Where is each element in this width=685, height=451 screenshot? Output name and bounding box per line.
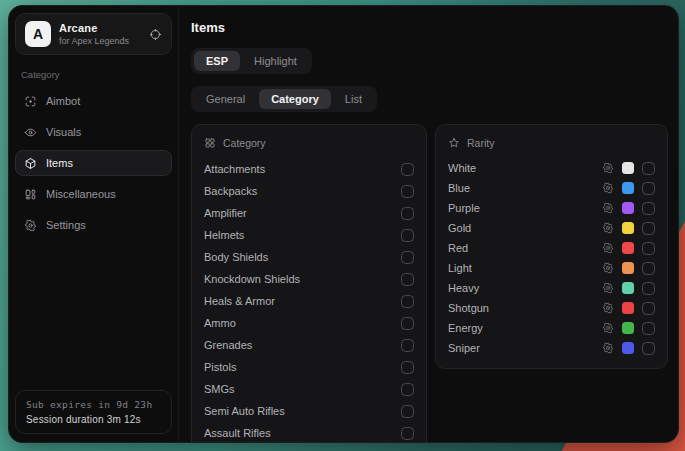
sidebar-item-aimbot[interactable]: Aimbot <box>15 88 172 114</box>
checkbox[interactable] <box>401 383 414 396</box>
checkbox[interactable] <box>642 322 655 335</box>
checkbox[interactable] <box>642 182 655 195</box>
sidebar-item-items[interactable]: Items <box>15 150 172 176</box>
rarity-row-sniper: Sniper <box>448 338 655 358</box>
category-row-body-shields: Body Shields <box>204 246 414 268</box>
gear-icon[interactable] <box>602 182 614 194</box>
color-swatch[interactable] <box>622 302 634 314</box>
page-title: Items <box>191 20 668 35</box>
rarity-row-purple: Purple <box>448 198 655 218</box>
cheat-menu-window: A Arcane for Apex Legends Category Aimbo… <box>8 5 679 443</box>
category-row-semi-auto-rifles: Semi Auto Rifles <box>204 400 414 422</box>
color-swatch[interactable] <box>622 282 634 294</box>
color-swatch[interactable] <box>622 222 634 234</box>
color-swatch[interactable] <box>622 342 634 354</box>
color-swatch[interactable] <box>622 322 634 334</box>
checkbox[interactable] <box>401 163 414 176</box>
checkbox[interactable] <box>642 262 655 275</box>
mode-tabs: ESP Highlight <box>191 48 312 74</box>
checkbox[interactable] <box>401 339 414 352</box>
category-row-grenades: Grenades <box>204 334 414 356</box>
checkbox[interactable] <box>401 251 414 264</box>
sidebar-item-label: Settings <box>46 219 86 231</box>
rarity-row-white: White <box>448 158 655 178</box>
grid-icon <box>204 137 216 149</box>
tab-highlight[interactable]: Highlight <box>242 51 309 71</box>
checkbox[interactable] <box>401 185 414 198</box>
rarity-row-gold: Gold <box>448 218 655 238</box>
checkbox[interactable] <box>642 202 655 215</box>
tab-list[interactable]: List <box>333 89 374 109</box>
checkbox[interactable] <box>642 242 655 255</box>
category-label: Knockdown Shields <box>204 273 300 285</box>
tab-esp[interactable]: ESP <box>194 51 240 71</box>
rarity-label: Heavy <box>448 282 479 294</box>
target-icon[interactable] <box>149 28 162 41</box>
sidebar-item-settings[interactable]: Settings <box>15 212 172 238</box>
gear-icon[interactable] <box>602 262 614 274</box>
color-swatch[interactable] <box>622 202 634 214</box>
rarity-list: White Blue <box>448 158 655 358</box>
checkbox[interactable] <box>642 162 655 175</box>
checkbox[interactable] <box>642 222 655 235</box>
sidebar-item-label: Visuals <box>46 126 81 138</box>
category-label: Heals & Armor <box>204 295 275 307</box>
color-swatch[interactable] <box>622 242 634 254</box>
gear-icon[interactable] <box>602 162 614 174</box>
checkbox[interactable] <box>401 229 414 242</box>
brand-card: A Arcane for Apex Legends <box>15 13 172 55</box>
category-label: Ammo <box>204 317 236 329</box>
checkbox[interactable] <box>401 295 414 308</box>
checkbox[interactable] <box>642 342 655 355</box>
checkbox[interactable] <box>401 317 414 330</box>
category-label: SMGs <box>204 383 235 395</box>
sidebar-item-label: Items <box>46 157 73 169</box>
gear-icon[interactable] <box>602 342 614 354</box>
sub-expires-text: Sub expires in 9d 23h <box>26 399 161 410</box>
gear-icon[interactable] <box>602 282 614 294</box>
tab-category[interactable]: Category <box>259 89 331 109</box>
category-label: Attachments <box>204 163 265 175</box>
checkbox[interactable] <box>642 282 655 295</box>
checkbox[interactable] <box>401 405 414 418</box>
category-label: Semi Auto Rifles <box>204 405 285 417</box>
checkbox[interactable] <box>401 273 414 286</box>
rarity-row-heavy: Heavy <box>448 278 655 298</box>
category-row-amplifier: Amplifier <box>204 202 414 224</box>
category-row-helmets: Helmets <box>204 224 414 246</box>
category-label: Helmets <box>204 229 244 241</box>
category-row-backpacks: Backpacks <box>204 180 414 202</box>
rarity-row-shotgun: Shotgun <box>448 298 655 318</box>
rarity-label: Red <box>448 242 468 254</box>
app-name: Arcane <box>59 22 141 34</box>
eye-icon <box>24 126 37 139</box>
tab-general[interactable]: General <box>194 89 257 109</box>
rarity-label: Light <box>448 262 472 274</box>
category-label: Body Shields <box>204 251 268 263</box>
category-row-pistols: Pistols <box>204 356 414 378</box>
gear-icon[interactable] <box>602 322 614 334</box>
color-swatch[interactable] <box>622 262 634 274</box>
rarity-label: Blue <box>448 182 470 194</box>
checkbox[interactable] <box>401 207 414 220</box>
subscription-info-box: Sub expires in 9d 23h Session duration 3… <box>15 390 172 434</box>
panels-row: Category Attachments Backpacks <box>191 124 668 443</box>
gear-icon[interactable] <box>602 242 614 254</box>
category-row-heals-armor: Heals & Armor <box>204 290 414 312</box>
main-content: Items ESP Highlight General Category <box>179 6 678 442</box>
gear-icon[interactable] <box>602 302 614 314</box>
checkbox[interactable] <box>642 302 655 315</box>
category-label: Pistols <box>204 361 236 373</box>
sidebar-nav: Aimbot Visuals Items Miscellaneous <box>15 88 172 238</box>
gear-icon[interactable] <box>602 222 614 234</box>
category-label: Assault Rifles <box>204 427 271 439</box>
sidebar-item-label: Aimbot <box>46 95 80 107</box>
checkbox[interactable] <box>401 361 414 374</box>
color-swatch[interactable] <box>622 162 634 174</box>
checkbox[interactable] <box>401 427 414 440</box>
rarity-label: Gold <box>448 222 471 234</box>
gear-icon[interactable] <box>602 202 614 214</box>
color-swatch[interactable] <box>622 182 634 194</box>
sidebar-item-miscellaneous[interactable]: Miscellaneous <box>15 181 172 207</box>
sidebar-item-visuals[interactable]: Visuals <box>15 119 172 145</box>
